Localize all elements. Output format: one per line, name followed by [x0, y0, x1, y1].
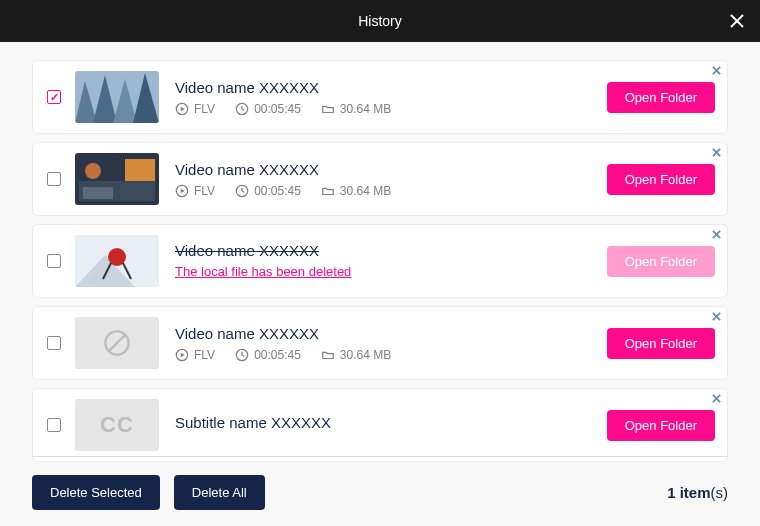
video-title: Video name XXXXXX — [175, 161, 607, 178]
svg-marker-20 — [181, 188, 185, 192]
row-close-icon[interactable] — [711, 393, 721, 403]
row-checkbox[interactable] — [47, 90, 61, 104]
delete-selected-button[interactable]: Delete Selected — [32, 475, 160, 510]
row-close-icon[interactable] — [711, 229, 721, 239]
video-meta: FLV 00:05:45 30.64 MB — [175, 102, 607, 116]
video-thumbnail-placeholder — [75, 317, 159, 369]
format-meta: FLV — [175, 102, 215, 116]
row-checkbox[interactable] — [47, 418, 61, 432]
size-meta: 30.64 MB — [321, 348, 391, 362]
cc-icon: CC — [100, 412, 134, 438]
folder-icon — [321, 348, 335, 362]
dialog-header: History — [0, 0, 760, 42]
row-close-icon[interactable] — [711, 147, 721, 157]
row-checkbox[interactable] — [47, 336, 61, 350]
open-folder-button: Open Folder — [607, 246, 715, 277]
open-folder-button[interactable]: Open Folder — [607, 328, 715, 359]
row-info: Video name XXXXXX FLV 00:05:45 30.64 MB — [175, 325, 607, 362]
open-folder-button[interactable]: Open Folder — [607, 410, 715, 441]
history-list: Video name XXXXXX FLV 00:05:45 30.64 MB … — [0, 42, 760, 462]
video-thumbnail — [75, 153, 159, 205]
video-meta: FLV 00:05:45 30.64 MB — [175, 184, 607, 198]
svg-rect-15 — [125, 159, 155, 181]
history-row: CC Subtitle name XXXXXX Open Folder — [32, 388, 728, 462]
video-title: Video name XXXXXX — [175, 325, 607, 342]
footer: Delete Selected Delete All 1 item(s) — [32, 456, 728, 510]
row-info: Video name XXXXXX FLV 00:05:45 30.64 MB — [175, 79, 607, 116]
dialog-title: History — [358, 13, 402, 29]
svg-line-34 — [109, 335, 125, 351]
row-info: Video name XXXXXX The local file has bee… — [175, 242, 607, 280]
duration-meta: 00:05:45 — [235, 102, 301, 116]
clock-icon — [235, 348, 249, 362]
play-icon — [175, 348, 189, 362]
clock-icon — [235, 102, 249, 116]
video-thumbnail — [75, 71, 159, 123]
history-row: Video name XXXXXX The local file has bee… — [32, 224, 728, 298]
row-close-icon[interactable] — [711, 311, 721, 321]
no-preview-icon — [103, 329, 131, 357]
video-thumbnail — [75, 235, 159, 287]
play-icon — [175, 102, 189, 116]
subtitle-title: Subtitle name XXXXXX — [175, 414, 607, 431]
delete-all-button[interactable]: Delete All — [174, 475, 265, 510]
row-info: Video name XXXXXX FLV 00:05:45 30.64 MB — [175, 161, 607, 198]
item-count: 1 item(s) — [667, 484, 728, 501]
format-meta: FLV — [175, 348, 215, 362]
svg-marker-36 — [181, 352, 185, 356]
row-checkbox[interactable] — [47, 172, 61, 186]
duration-meta: 00:05:45 — [235, 348, 301, 362]
history-row: Video name XXXXXX FLV 00:05:45 30.64 MB … — [32, 306, 728, 380]
clock-icon — [235, 184, 249, 198]
folder-icon — [321, 102, 335, 116]
deleted-message[interactable]: The local file has been deleted — [175, 264, 351, 279]
subtitle-thumbnail: CC — [75, 399, 159, 451]
svg-point-17 — [85, 163, 101, 179]
format-meta: FLV — [175, 184, 215, 198]
video-meta: FLV 00:05:45 30.64 MB — [175, 348, 607, 362]
history-row: Video name XXXXXX FLV 00:05:45 30.64 MB … — [32, 142, 728, 216]
duration-meta: 00:05:45 — [235, 184, 301, 198]
video-title: Video name XXXXXX — [175, 79, 607, 96]
history-row: Video name XXXXXX FLV 00:05:45 30.64 MB … — [32, 60, 728, 134]
svg-line-39 — [242, 355, 244, 356]
open-folder-button[interactable]: Open Folder — [607, 82, 715, 113]
folder-icon — [321, 184, 335, 198]
svg-line-23 — [242, 191, 244, 192]
open-folder-button[interactable]: Open Folder — [607, 164, 715, 195]
svg-line-11 — [242, 109, 244, 110]
row-close-icon[interactable] — [711, 65, 721, 75]
svg-rect-18 — [83, 187, 113, 199]
row-checkbox[interactable] — [47, 254, 61, 268]
video-title: Video name XXXXXX — [175, 242, 607, 259]
close-icon[interactable] — [728, 12, 746, 30]
row-info: Subtitle name XXXXXX — [175, 414, 607, 437]
size-meta: 30.64 MB — [321, 102, 391, 116]
size-meta: 30.64 MB — [321, 184, 391, 198]
svg-marker-8 — [181, 106, 185, 110]
play-icon — [175, 184, 189, 198]
